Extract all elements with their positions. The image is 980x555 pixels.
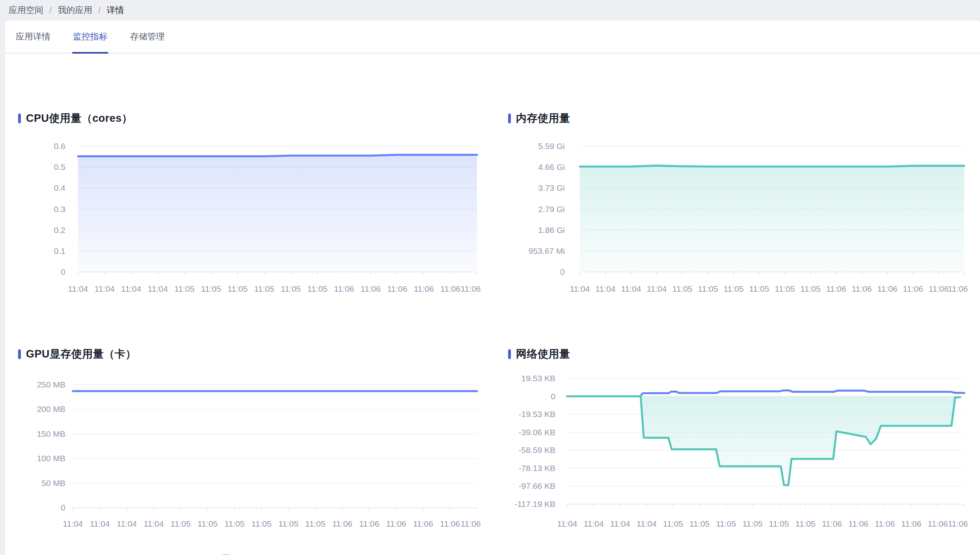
- x-axis-label: 11:06: [387, 284, 407, 293]
- x-axis-label: 11:06: [948, 284, 968, 293]
- chart-title-text: 内存使用量: [516, 111, 570, 125]
- x-axis-label: 11:04: [117, 519, 137, 528]
- x-axis-label: 11:05: [171, 519, 191, 528]
- x-axis-label: 11:06: [928, 519, 948, 528]
- x-axis-label: 11:04: [557, 519, 577, 528]
- x-axis-label: 11:04: [584, 519, 604, 528]
- y-axis-label: 1.86 Gi: [538, 225, 565, 235]
- x-axis-label: 11:06: [360, 284, 380, 293]
- x-axis-label: 11:06: [386, 519, 406, 528]
- x-axis-label: 11:05: [228, 284, 248, 293]
- x-axis-label: 11:04: [90, 519, 110, 528]
- breadcrumb-separator: /: [98, 5, 101, 15]
- x-axis-label: 11:04: [637, 519, 657, 528]
- x-axis-label: 11:06: [440, 284, 460, 293]
- x-axis-label: 11:04: [647, 284, 667, 293]
- x-axis-labels: 11:0411:0411:0411:0411:0511:0511:0511:05…: [68, 284, 481, 293]
- chart-memory-usage: 内存使用量 5.59 Gi4.66 Gi3.73 Gi2.79 Gi1.86 G…: [506, 110, 980, 330]
- x-axis-label: 11:06: [413, 519, 433, 528]
- y-axis-label: 0: [560, 267, 565, 276]
- x-axis-label: 11:04: [121, 284, 141, 293]
- gridlines: [73, 385, 477, 508]
- y-axis-label: 0.1: [54, 246, 65, 255]
- breadcrumb-app-space[interactable]: 应用空间: [9, 5, 43, 15]
- metrics-content: CPU使用量（cores） 0.60.50.40.30.20.1011:0411…: [5, 54, 980, 555]
- y-axis-labels: 19.53 KB0-19.53 KB-39.06 KB-58.59 KB-78.…: [514, 374, 555, 508]
- tab-monitoring-metrics[interactable]: 监控指标: [72, 20, 108, 53]
- chart-cpu-usage: CPU使用量（cores） 0.60.50.40.30.20.1011:0411…: [16, 110, 504, 330]
- x-axis-label: 11:06: [903, 284, 923, 293]
- x-axis-label: 11:05: [305, 519, 325, 528]
- y-axis-label: 0: [551, 392, 555, 401]
- chart-title: GPU显存使用量（卡）: [18, 347, 136, 361]
- x-axis-label: 11:04: [621, 284, 641, 293]
- title-marker-icon: [18, 349, 21, 359]
- legend-item-nvidia[interactable]: nvidia6-1426542: [222, 553, 295, 555]
- breadcrumb: 应用空间 / 我的应用 / 详情: [9, 3, 124, 17]
- y-axis-label: -117.19 KB: [514, 499, 555, 508]
- y-axis-label: -19.53 KB: [519, 410, 555, 419]
- x-axis-label: 11:04: [148, 284, 168, 293]
- x-axis-label: 11:05: [698, 284, 718, 293]
- network-chart-canvas: 19.53 KB0-19.53 KB-39.06 KB-58.59 KB-78.…: [506, 369, 980, 538]
- x-axis-label: 11:05: [795, 519, 815, 528]
- y-axis-label: 0.4: [54, 183, 66, 192]
- cpu-chart-canvas: 0.60.50.40.30.20.1011:0411:0411:0411:041…: [16, 132, 504, 302]
- x-axis-label: 11:06: [440, 519, 460, 528]
- y-axis-label: 0.3: [54, 205, 65, 214]
- x-axis-label: 11:05: [690, 519, 710, 528]
- x-axis-label: 11:06: [461, 284, 481, 293]
- x-axis-label: 11:06: [332, 519, 353, 528]
- y-axis-label: 0.5: [54, 162, 65, 171]
- series-line-memory-0: [580, 166, 964, 166]
- x-axis-labels: 11:0411:0411:0411:0411:0511:0511:0511:05…: [570, 284, 968, 293]
- y-axis-label: 2.79 Gi: [538, 205, 565, 214]
- x-axis-label: 11:05: [251, 519, 271, 528]
- y-axis-label: -97.66 KB: [519, 481, 555, 490]
- y-axis-label: -58.59 KB: [519, 445, 555, 454]
- series-area: [580, 166, 964, 272]
- x-axis-ticks: [73, 508, 477, 511]
- x-axis-label: 11:05: [281, 284, 301, 293]
- x-axis-label: 11:05: [749, 284, 769, 293]
- tab-bar: 应用详情 监控指标 存储管理: [5, 20, 980, 54]
- x-axis-label: 11:04: [610, 519, 630, 528]
- x-axis-label: 11:06: [901, 519, 921, 528]
- x-axis-label: 11:06: [461, 519, 481, 528]
- chart-title-text: CPU使用量（cores）: [26, 111, 133, 125]
- y-axis-labels: 0.60.50.40.30.20.10: [54, 142, 66, 276]
- x-axis-label: 11:05: [775, 284, 795, 293]
- x-axis-ticks: [78, 272, 477, 276]
- y-axis-label: 5.59 Gi: [538, 142, 565, 151]
- x-axis-label: 11:06: [334, 284, 354, 293]
- y-axis-label: 953.67 Mi: [529, 246, 565, 255]
- y-axis-label: 4.66 Gi: [538, 162, 565, 171]
- chart-title: CPU使用量（cores）: [18, 111, 133, 125]
- breadcrumb-detail: 详情: [107, 5, 124, 15]
- x-axis-label: 11:05: [225, 519, 245, 528]
- tab-app-detail[interactable]: 应用详情: [15, 20, 51, 53]
- x-axis-label: 11:05: [724, 284, 744, 293]
- chart-title-text: GPU显存使用量（卡）: [26, 347, 136, 361]
- y-axis-label: 0.2: [54, 225, 65, 235]
- x-axis-label: 11:06: [852, 284, 872, 293]
- y-axis-label: 50 MB: [41, 479, 65, 488]
- chart-title: 网络使用量: [508, 347, 570, 361]
- x-axis-label: 11:06: [359, 519, 379, 528]
- x-axis-label: 11:06: [877, 284, 897, 293]
- x-axis-label: 11:05: [307, 284, 327, 293]
- y-axis-label: 150 MB: [37, 429, 65, 438]
- memory-chart-canvas: 5.59 Gi4.66 Gi3.73 Gi2.79 Gi1.86 Gi953.6…: [506, 132, 980, 302]
- y-axis-label: 0.6: [54, 142, 65, 151]
- detail-card: 应用详情 监控指标 存储管理 CPU使用量（cores） 0.60.50.40.…: [5, 20, 980, 555]
- x-axis-label: 11:04: [68, 284, 88, 293]
- breadcrumb-my-apps[interactable]: 我的应用: [58, 5, 92, 15]
- x-axis-label: 11:06: [875, 519, 895, 528]
- x-axis-label: 11:05: [278, 519, 299, 528]
- title-marker-icon: [508, 349, 511, 359]
- x-axis-label: 11:06: [826, 284, 846, 293]
- tab-storage-management[interactable]: 存储管理: [129, 20, 165, 53]
- x-axis-labels: 11:0411:0411:0411:0411:0511:0511:0511:05…: [63, 519, 481, 528]
- x-axis-label: 11:06: [414, 284, 434, 293]
- y-axis-label: 200 MB: [37, 404, 65, 413]
